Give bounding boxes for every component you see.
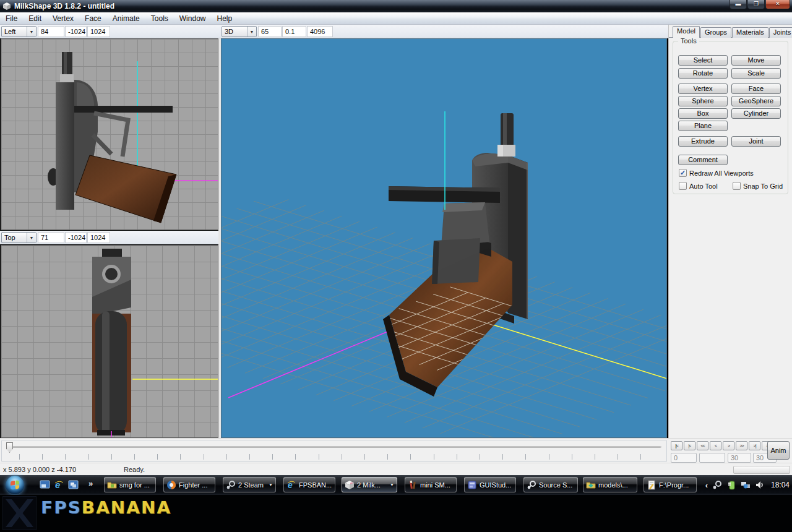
chevron-down-icon[interactable]: ▼ (388, 483, 394, 487)
menu-tools[interactable]: Tools (145, 13, 174, 24)
total-frames-field[interactable]: 30 (728, 453, 751, 463)
network-tray-icon[interactable] (741, 480, 751, 490)
switch-windows-icon[interactable] (68, 479, 79, 490)
move-button[interactable]: Move (731, 55, 781, 66)
box-button[interactable]: Box (678, 108, 728, 119)
rotate-button[interactable]: Rotate (678, 68, 728, 79)
power-tray-icon[interactable] (726, 480, 736, 490)
menu-animate[interactable]: Animate (107, 13, 145, 24)
tab-groups[interactable]: Groups (700, 27, 731, 38)
select-button[interactable]: Select (678, 55, 728, 66)
timeline-ticks (19, 454, 663, 460)
menu-window[interactable]: Window (174, 13, 212, 24)
viewport-left-view[interactable] (1, 38, 218, 230)
go-to-start-button[interactable]: ||< (671, 441, 682, 450)
toolbar-overflow-chevron-icon[interactable]: » (88, 479, 93, 488)
extrude-button[interactable]: Extrude (678, 136, 728, 147)
taskbar-button-steam[interactable]: 2 Steam ▼ (223, 477, 276, 492)
next-key-button[interactable]: >| (749, 441, 760, 450)
snap-to-grid-label: Snap To Grid (743, 182, 783, 190)
animation-timeline: ||< |< << < > >> >| >|| 0 30 30 Anim (0, 438, 792, 463)
auto-tool-checkbox[interactable] (679, 182, 687, 190)
gui-app-icon (467, 480, 477, 490)
top-view-zoom-field[interactable]: 71 (38, 232, 64, 243)
sphere-button[interactable]: Sphere (678, 96, 728, 106)
tab-model[interactable]: Model (673, 26, 700, 38)
comment-button[interactable]: Comment (678, 155, 728, 165)
menu-vertex[interactable]: Vertex (47, 13, 79, 24)
timeline-track[interactable] (7, 446, 661, 448)
face-button[interactable]: Face (731, 84, 781, 94)
menu-bar: File Edit Vertex Face Animate Tools Wind… (0, 12, 792, 25)
milkshape-app-icon (2, 2, 11, 11)
tab-materials[interactable]: Materials (732, 27, 768, 38)
viewport-3d[interactable] (221, 38, 667, 438)
next-frame-button[interactable]: > (723, 441, 734, 450)
side-panel: Model Groups Materials Joints Tools Sele… (668, 25, 792, 438)
status-message: Ready. (124, 466, 145, 473)
joint-button[interactable]: Joint (731, 136, 781, 147)
anim-toggle-button[interactable]: Anim (767, 441, 790, 460)
previous-frame-button[interactable]: < (710, 441, 721, 450)
plane-button[interactable]: Plane (678, 121, 728, 131)
taskbar-button-guistudio[interactable]: GUIStud... (464, 477, 516, 492)
vertex-button[interactable]: Vertex (678, 84, 728, 94)
chevron-down-icon[interactable]: ▼ (27, 27, 36, 36)
previous-key-button[interactable]: |< (684, 441, 695, 450)
left-view-zoom-field[interactable]: 84 (38, 26, 64, 37)
restore-button[interactable]: ❐ (747, 0, 765, 9)
volume-tray-icon[interactable] (755, 480, 765, 490)
taskbar-button-mini-sm[interactable]: mini SM... (405, 477, 457, 492)
3d-view-mode-select[interactable]: 3D ▼ (222, 26, 257, 37)
menu-face[interactable]: Face (79, 13, 107, 24)
chevron-down-icon[interactable]: ▼ (27, 233, 36, 242)
redraw-all-viewports-checkbox[interactable]: ✓ (679, 169, 687, 177)
taskbar-button-milkshape[interactable]: 2 Milk... ▼ (342, 477, 397, 492)
taskbar-button-source-sdk[interactable]: Source S... (523, 477, 578, 492)
viewport-top-view[interactable] (1, 245, 218, 438)
left-view-max-field[interactable]: 1024 (87, 26, 110, 37)
watermark-fps-text: FPS (41, 499, 82, 517)
minimize-button[interactable]: ▬ (730, 0, 747, 9)
geosphere-button[interactable]: GeoSphere (731, 96, 781, 106)
show-desktop-icon[interactable] (40, 479, 50, 490)
top-view-max-field[interactable]: 1024 (87, 232, 110, 243)
folder-icon (107, 480, 117, 490)
frame-field-2[interactable] (699, 453, 725, 463)
menu-edit[interactable]: Edit (23, 13, 47, 24)
taskbar-button-notepad[interactable]: F:\Progr... (644, 477, 697, 492)
rewind-button[interactable]: << (697, 441, 708, 450)
3d-view-near-field[interactable]: 0.1 (282, 26, 306, 37)
steam-tray-icon[interactable] (712, 480, 722, 490)
chevron-down-icon[interactable]: ▼ (267, 483, 273, 487)
3d-view-far-field[interactable]: 4096 (307, 26, 333, 37)
tab-joints[interactable]: Joints (769, 27, 792, 38)
scale-button[interactable]: Scale (731, 68, 781, 79)
menu-help[interactable]: Help (211, 13, 238, 24)
chevron-down-icon[interactable]: ▼ (247, 27, 256, 36)
left-view-mode-select[interactable]: Left ▼ (1, 26, 37, 37)
windows-flag-icon (11, 480, 19, 489)
current-frame-field[interactable]: 0 (671, 453, 697, 463)
menu-file[interactable]: File (0, 13, 23, 24)
taskbar-button-smg-folder[interactable]: smg for ... (104, 477, 156, 492)
top-view-min-field[interactable]: -1024 (65, 232, 87, 243)
snap-to-grid-checkbox[interactable] (733, 182, 741, 190)
start-button[interactable] (6, 476, 24, 494)
source-sdk-icon (527, 480, 536, 490)
cylinder-button[interactable]: Cylinder (731, 108, 781, 119)
taskbar-button-fighter[interactable]: Fighter ... (163, 477, 215, 492)
status-bar: x 5.893 y 0.000 z -4.170 Ready. (0, 463, 792, 475)
clock[interactable]: 18:04 (771, 481, 790, 489)
close-button[interactable]: ✕ (765, 0, 790, 9)
3d-model-canvas (222, 39, 666, 437)
tray-overflow-chevron-icon[interactable]: ‹ (705, 481, 708, 490)
3d-view-fov-field[interactable]: 65 (258, 26, 282, 37)
top-view-mode-select[interactable]: Top ▼ (1, 232, 37, 243)
taskbar-button-fpsbanana[interactable]: e FPSBAN... (283, 477, 335, 492)
left-view-min-field[interactable]: -1024 (65, 26, 87, 37)
fast-forward-button[interactable]: >> (736, 441, 747, 450)
internet-explorer-icon[interactable]: e (54, 479, 64, 490)
timeline-slider-thumb[interactable] (6, 442, 13, 453)
taskbar-button-models-folder[interactable]: models\... (583, 477, 637, 492)
